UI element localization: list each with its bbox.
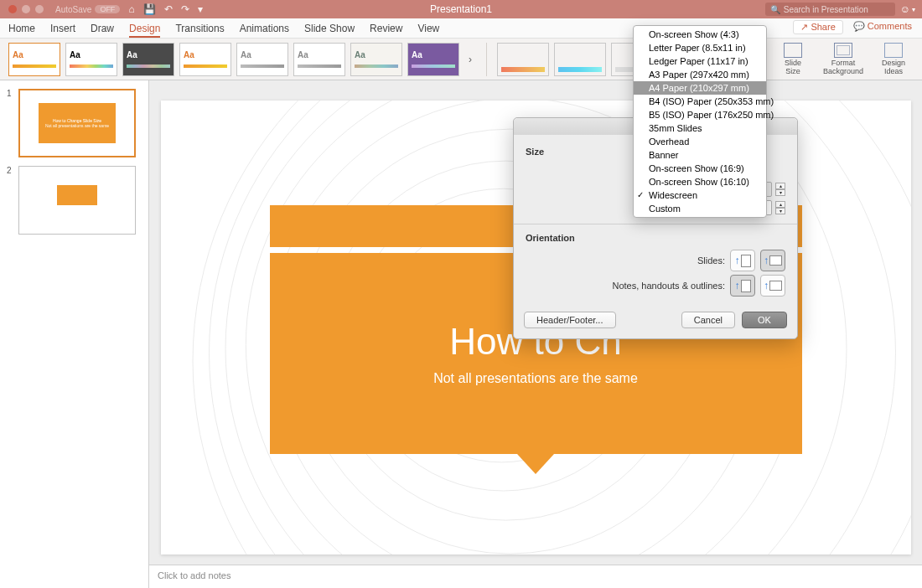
search-input[interactable] [784, 5, 890, 14]
thumbnail-row: 2 [7, 166, 142, 235]
slide-subtitle: Not all presentations are the same [433, 371, 638, 386]
save-icon[interactable]: 💾 [143, 3, 156, 15]
theme-thumb[interactable]: Aa [65, 43, 117, 76]
ribbon-separator [486, 43, 487, 76]
tab-view[interactable]: View [417, 23, 439, 38]
dropdown-item[interactable]: On-screen Show (16:10) [634, 175, 766, 188]
redo-icon[interactable]: ↷ [181, 3, 189, 15]
tab-slideshow[interactable]: Slide Show [304, 23, 355, 38]
thumb-number: 1 [7, 89, 13, 157]
document-title: Presentation1 [430, 3, 492, 15]
slide-size-icon [784, 43, 802, 58]
theme-thumb[interactable]: Aa [293, 43, 345, 76]
comments-button[interactable]: 💬 Comments [850, 20, 915, 34]
tab-insert[interactable]: Insert [50, 23, 75, 38]
ribbon-design: Aa Aa Aa Aa Aa Aa Aa Aa › Slide Size For… [0, 39, 922, 80]
dropdown-item[interactable]: Ledger Paper (11x17 in) [634, 54, 766, 68]
theme-thumb[interactable]: Aa [407, 43, 459, 76]
tab-home[interactable]: Home [8, 23, 35, 38]
autosave-label: AutoSave [55, 5, 91, 14]
dropdown-item[interactable]: B4 (ISO) Paper (250x353 mm) [634, 95, 766, 108]
orientation-section-heading: Orientation [526, 233, 785, 243]
design-tools: Slide Size Format Background Design Idea… [769, 42, 917, 77]
titlebar: AutoSave OFF ⌂ 💾 ↶ ↷ ▾ Presentation1 🔍 ☺… [0, 0, 922, 18]
theme-thumb[interactable]: Aa [122, 43, 174, 76]
dropdown-item[interactable]: On-screen Show (4:3) [634, 28, 766, 41]
slides-orientation-label: Slides: [697, 255, 725, 266]
tab-draw[interactable]: Draw [91, 23, 114, 38]
quick-access-toolbar: ⌂ 💾 ↶ ↷ ▾ [128, 3, 202, 15]
theme-thumb[interactable]: Aa [179, 43, 231, 76]
slide-size-button[interactable]: Slide Size [769, 42, 816, 77]
notes-landscape-button[interactable]: ↑ [760, 275, 785, 297]
dropdown-item[interactable]: Letter Paper (8.5x11 in) [634, 41, 766, 54]
theme-thumb[interactable]: Aa [8, 43, 60, 76]
dropdown-item[interactable]: Widescreen [634, 188, 766, 202]
zoom-window-icon[interactable] [35, 5, 44, 13]
dropdown-item[interactable]: 35mm Slides [634, 121, 766, 135]
minimize-window-icon[interactable] [22, 5, 30, 13]
slides-portrait-button[interactable]: ↑ [730, 250, 755, 271]
thumb-number: 2 [7, 166, 13, 235]
account-menu[interactable]: ☺ ▾ [900, 3, 915, 15]
sized-for-dropdown[interactable]: On-screen Show (4:3)Letter Paper (8.5x11… [633, 25, 767, 218]
share-button[interactable]: ↗ Share [793, 20, 842, 34]
search-icon: 🔍 [770, 5, 780, 14]
qat-overflow-icon[interactable]: ▾ [198, 3, 203, 15]
ok-button[interactable]: OK [742, 312, 787, 328]
notes-pane[interactable]: Click to add notes [149, 565, 922, 588]
close-window-icon[interactable] [8, 5, 17, 13]
slides-landscape-button[interactable]: ↑ [760, 250, 785, 271]
design-ideas-icon [884, 43, 903, 58]
theme-thumb[interactable]: Aa [236, 43, 288, 76]
search-input-wrapper[interactable]: 🔍 [765, 3, 895, 16]
autosave-toggle[interactable]: AutoSave OFF [55, 5, 120, 14]
notes-orientation-label: Notes, handouts & outlines: [612, 281, 725, 291]
slide-thumbnail-panel[interactable]: 1 How to Change Slide Size Not all prese… [0, 80, 149, 588]
theme-thumb[interactable]: Aa [350, 43, 402, 76]
notes-placeholder: Click to add notes [158, 570, 230, 580]
format-background-icon [834, 43, 852, 58]
themes-gallery: Aa Aa Aa Aa Aa Aa Aa Aa › [8, 43, 476, 76]
dialog-separator [514, 224, 797, 224]
themes-more-icon[interactable]: › [464, 54, 476, 65]
cancel-button[interactable]: Cancel [681, 312, 735, 328]
thumbnail-row: 1 How to Change Slide Size Not all prese… [7, 89, 142, 157]
tab-design[interactable]: Design [129, 23, 160, 38]
dropdown-item[interactable]: A3 Paper (297x420 mm) [634, 68, 766, 81]
dropdown-item[interactable]: Overhead [634, 135, 766, 148]
dropdown-item[interactable]: B5 (ISO) Paper (176x250 mm) [634, 108, 766, 121]
slide-callout-arrow [517, 454, 554, 474]
undo-icon[interactable]: ↶ [164, 3, 173, 15]
dropdown-item[interactable]: Custom [634, 202, 766, 215]
width-stepper[interactable]: ▴▾ [775, 183, 785, 196]
ribbon-tabs: Home Insert Draw Design Transitions Anim… [0, 18, 922, 39]
dropdown-item[interactable]: A4 Paper (210x297 mm) [634, 81, 766, 95]
dropdown-item[interactable]: On-screen Show (16:9) [634, 162, 766, 175]
format-background-button[interactable]: Format Background [820, 42, 867, 77]
variant-thumb[interactable] [497, 43, 549, 76]
tab-transitions[interactable]: Transitions [175, 23, 224, 38]
slide-thumbnail[interactable] [18, 166, 136, 235]
home-icon[interactable]: ⌂ [128, 3, 134, 15]
dropdown-item[interactable]: Banner [634, 148, 766, 162]
variant-thumb[interactable] [554, 43, 606, 76]
notes-portrait-button[interactable]: ↑ [730, 275, 755, 297]
autosave-state: OFF [95, 5, 120, 13]
window-controls [0, 5, 44, 13]
height-stepper[interactable]: ▴▾ [775, 201, 785, 214]
header-footer-button[interactable]: Header/Footer... [524, 312, 616, 328]
design-ideas-button[interactable]: Design Ideas [870, 42, 917, 77]
slide-thumbnail[interactable]: How to Change Slide Size Not all present… [18, 89, 136, 157]
tab-review[interactable]: Review [370, 23, 402, 38]
tab-animations[interactable]: Animations [240, 23, 289, 38]
